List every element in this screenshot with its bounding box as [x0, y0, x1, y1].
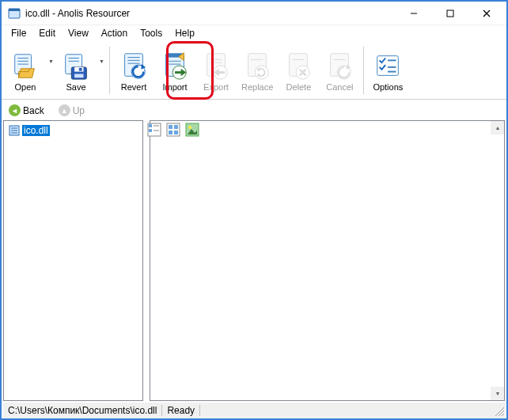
options-button[interactable]: Options: [367, 47, 408, 93]
separator: [363, 47, 364, 94]
tree-item-label: ico.dll: [22, 125, 50, 136]
svg-line-73: [499, 411, 504, 416]
titlebar: ico.dll - Anolis Resourcer: [2, 2, 506, 25]
navbar: ◄ Back ▲ Up: [2, 100, 506, 122]
tree-item[interactable]: ico.dll: [7, 124, 139, 137]
options-label: Options: [373, 82, 403, 92]
view-mode-toolbar: [147, 123, 199, 137]
revert-label: Revert: [121, 82, 146, 92]
separator: [109, 47, 110, 94]
svg-point-39: [255, 66, 268, 79]
svg-rect-64: [174, 131, 178, 134]
svg-rect-1: [9, 9, 20, 11]
svg-rect-58: [149, 129, 152, 132]
back-button[interactable]: ◄ Back: [6, 104, 47, 117]
import-icon: [160, 51, 190, 81]
content-pane[interactable]: ▴ ▾: [150, 120, 505, 401]
menu-edit[interactable]: Edit: [32, 26, 62, 40]
replace-icon: [242, 51, 272, 81]
app-icon: [8, 7, 21, 20]
export-icon: [201, 51, 231, 81]
close-button[interactable]: [468, 2, 505, 25]
import-button[interactable]: Import: [154, 47, 195, 93]
cancel-icon: [324, 51, 354, 81]
svg-point-66: [188, 126, 191, 129]
open-icon: [10, 51, 40, 81]
menu-action[interactable]: Action: [95, 26, 134, 40]
open-label: Open: [15, 82, 36, 92]
workspace: ico.dll ▴ ▾: [3, 120, 505, 401]
delete-label: Delete: [286, 82, 311, 92]
cancel-label: Cancel: [326, 82, 353, 92]
svg-rect-16: [74, 74, 83, 78]
icons-view-icon[interactable]: [166, 123, 180, 137]
up-arrow-icon: ▲: [59, 104, 70, 116]
resize-grip[interactable]: [492, 404, 505, 417]
window-title: ico.dll - Anolis Resourcer: [25, 8, 396, 19]
menubar: File Edit View Action Tools Help: [2, 25, 506, 41]
menu-tools[interactable]: Tools: [134, 26, 169, 40]
delete-icon: [283, 51, 313, 81]
revert-button[interactable]: Revert: [113, 47, 154, 93]
svg-line-74: [502, 414, 504, 416]
open-dropdown-arrow[interactable]: ▼: [48, 59, 54, 64]
delete-button[interactable]: Delete: [278, 47, 319, 93]
tree-pane[interactable]: ico.dll: [3, 120, 143, 401]
status-path: C:\Users\Компик\Documents\ico.dll: [3, 405, 162, 416]
scroll-down-button[interactable]: ▾: [491, 387, 504, 400]
back-arrow-icon: ◄: [9, 104, 21, 116]
save-dropdown-arrow[interactable]: ▼: [99, 59, 104, 64]
replace-button[interactable]: Replace: [237, 47, 278, 93]
scroll-up-button[interactable]: ▴: [491, 121, 504, 134]
svg-rect-15: [79, 67, 82, 70]
svg-rect-62: [174, 125, 178, 129]
options-icon: [373, 51, 403, 81]
details-view-icon[interactable]: [147, 123, 161, 137]
statusbar: C:\Users\Компик\Documents\ico.dll Ready: [3, 403, 505, 418]
export-button[interactable]: Export: [195, 47, 237, 93]
menu-help[interactable]: Help: [169, 26, 201, 40]
minimize-button[interactable]: [396, 2, 432, 25]
svg-rect-61: [169, 125, 172, 129]
thumbnails-view-icon[interactable]: [185, 123, 199, 137]
revert-icon: [119, 51, 149, 81]
open-button[interactable]: Open ▼: [5, 47, 46, 93]
save-icon: [61, 51, 91, 81]
toolbar: Open ▼ Save ▼ Revert Import Export Repla…: [2, 41, 506, 100]
menu-view[interactable]: View: [62, 26, 95, 40]
up-button[interactable]: ▲ Up: [56, 104, 87, 117]
save-label: Save: [66, 82, 85, 92]
menu-file[interactable]: File: [5, 26, 32, 40]
back-label: Back: [23, 105, 44, 116]
svg-rect-51: [377, 55, 399, 75]
dll-file-icon: [9, 125, 20, 136]
export-label: Export: [203, 82, 229, 92]
status-state: Ready: [162, 405, 200, 416]
cancel-button[interactable]: Cancel: [319, 47, 360, 93]
svg-rect-3: [447, 10, 453, 17]
maximize-button[interactable]: [432, 2, 468, 25]
save-button[interactable]: Save ▼: [55, 47, 97, 93]
replace-label: Replace: [241, 82, 273, 92]
import-label: Import: [162, 82, 187, 92]
svg-rect-63: [169, 131, 172, 134]
up-label: Up: [73, 105, 85, 116]
svg-rect-56: [149, 124, 152, 127]
